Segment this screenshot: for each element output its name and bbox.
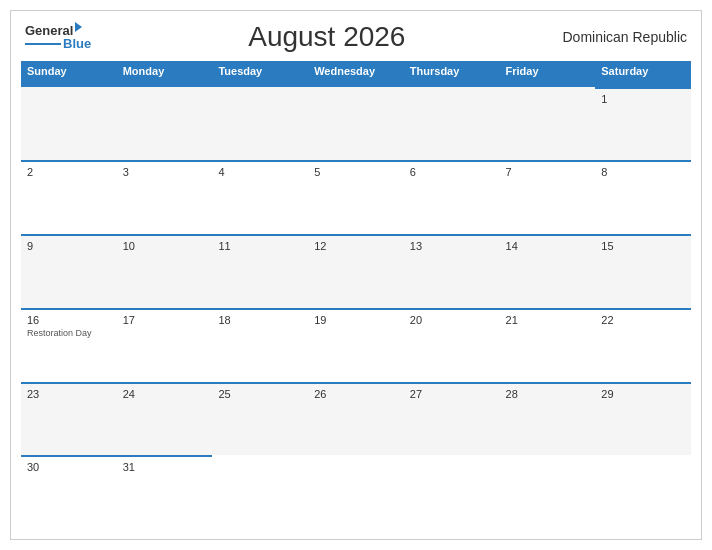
- day-number: 9: [27, 240, 111, 252]
- logo: General Blue: [25, 24, 91, 50]
- day-number: 19: [314, 314, 398, 326]
- day-cell: 30: [21, 455, 117, 529]
- day-cell: [117, 87, 213, 161]
- day-cell: [500, 455, 596, 529]
- day-cell: 29: [595, 382, 691, 456]
- day-cell: [308, 455, 404, 529]
- day-cell: [404, 455, 500, 529]
- day-cell: 28: [500, 382, 596, 456]
- day-number: 17: [123, 314, 207, 326]
- day-cell: 17: [117, 308, 213, 382]
- day-number: 7: [506, 166, 590, 178]
- day-cell: [212, 455, 308, 529]
- day-cell: [308, 87, 404, 161]
- day-number: 25: [218, 388, 302, 400]
- day-number: 12: [314, 240, 398, 252]
- day-number: 3: [123, 166, 207, 178]
- day-header-saturday: Saturday: [595, 61, 691, 87]
- day-number: 13: [410, 240, 494, 252]
- day-cell: 2: [21, 160, 117, 234]
- day-cell: 23: [21, 382, 117, 456]
- day-header-wednesday: Wednesday: [308, 61, 404, 87]
- day-number: 6: [410, 166, 494, 178]
- day-number: 1: [601, 93, 685, 105]
- day-cell: 18: [212, 308, 308, 382]
- day-number: 8: [601, 166, 685, 178]
- month-title: August 2026: [91, 21, 562, 53]
- day-cell: 12: [308, 234, 404, 308]
- country-label: Dominican Republic: [562, 29, 687, 45]
- day-number: 18: [218, 314, 302, 326]
- day-cell: 9: [21, 234, 117, 308]
- day-number: 27: [410, 388, 494, 400]
- day-cell: 22: [595, 308, 691, 382]
- day-number: 2: [27, 166, 111, 178]
- day-number: 11: [218, 240, 302, 252]
- day-number: 30: [27, 461, 111, 473]
- day-number: 31: [123, 461, 207, 473]
- day-cell: 31: [117, 455, 213, 529]
- day-number: 22: [601, 314, 685, 326]
- day-cell: 15: [595, 234, 691, 308]
- day-number: 21: [506, 314, 590, 326]
- day-number: 5: [314, 166, 398, 178]
- day-header-sunday: Sunday: [21, 61, 117, 87]
- day-number: 20: [410, 314, 494, 326]
- day-cell: 7: [500, 160, 596, 234]
- day-cell: 26: [308, 382, 404, 456]
- day-header-tuesday: Tuesday: [212, 61, 308, 87]
- day-header-thursday: Thursday: [404, 61, 500, 87]
- day-cell: 5: [308, 160, 404, 234]
- day-header-friday: Friday: [500, 61, 596, 87]
- day-cell: 4: [212, 160, 308, 234]
- day-cell: 21: [500, 308, 596, 382]
- day-number: 28: [506, 388, 590, 400]
- day-number: 4: [218, 166, 302, 178]
- day-cell: 8: [595, 160, 691, 234]
- day-cell: 1: [595, 87, 691, 161]
- day-cell: 27: [404, 382, 500, 456]
- calendar-grid: SundayMondayTuesdayWednesdayThursdayFrid…: [21, 61, 691, 529]
- logo-blue: Blue: [63, 37, 91, 50]
- day-cell: [21, 87, 117, 161]
- day-cell: 3: [117, 160, 213, 234]
- day-cell: [595, 455, 691, 529]
- day-number: 26: [314, 388, 398, 400]
- holiday-label: Restoration Day: [27, 328, 111, 338]
- day-cell: 11: [212, 234, 308, 308]
- day-number: 10: [123, 240, 207, 252]
- day-cell: 6: [404, 160, 500, 234]
- day-cell: [212, 87, 308, 161]
- day-cell: [500, 87, 596, 161]
- calendar-container: General Blue August 2026 Dominican Repub…: [10, 10, 702, 540]
- day-cell: 16Restoration Day: [21, 308, 117, 382]
- day-cell: 20: [404, 308, 500, 382]
- day-number: 16: [27, 314, 111, 326]
- day-cell: 13: [404, 234, 500, 308]
- day-number: 15: [601, 240, 685, 252]
- day-number: 29: [601, 388, 685, 400]
- day-cell: 19: [308, 308, 404, 382]
- day-number: 14: [506, 240, 590, 252]
- day-cell: 10: [117, 234, 213, 308]
- calendar-header: General Blue August 2026 Dominican Repub…: [21, 21, 691, 53]
- day-number: 23: [27, 388, 111, 400]
- day-cell: [404, 87, 500, 161]
- day-cell: 25: [212, 382, 308, 456]
- logo-triangle-icon: [75, 22, 82, 32]
- logo-line: [25, 43, 61, 45]
- day-cell: 24: [117, 382, 213, 456]
- day-cell: 14: [500, 234, 596, 308]
- day-number: 24: [123, 388, 207, 400]
- day-header-monday: Monday: [117, 61, 213, 87]
